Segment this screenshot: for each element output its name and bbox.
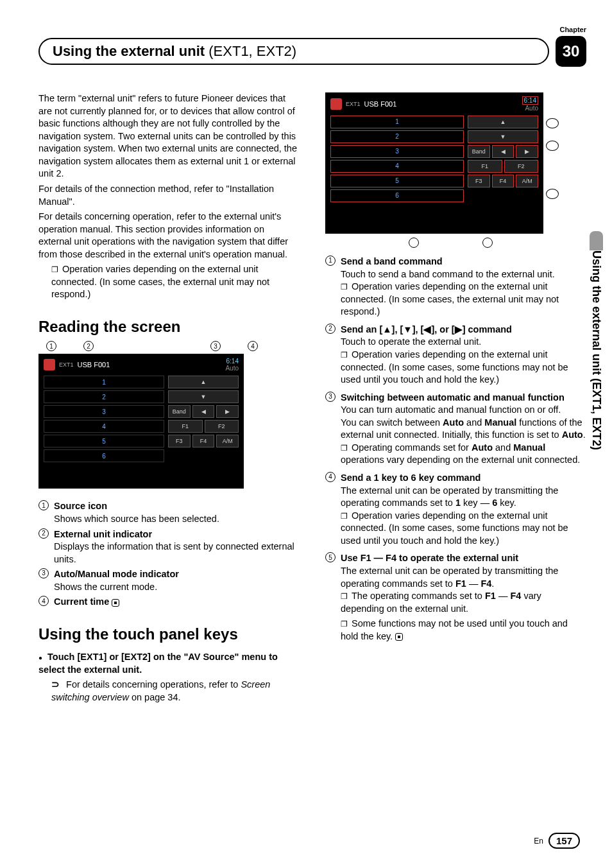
oper-text: For details concerning operation, refer … — [38, 211, 300, 261]
t5-note2: Some functions may not be used until you… — [341, 618, 586, 643]
f4-button-2[interactable]: F4 — [492, 175, 514, 187]
vertical-tab: Using the external unit (EXT1, EXT2) — [590, 231, 603, 450]
key-6[interactable]: 6 — [44, 449, 164, 462]
ext-label-2: EXT1 — [346, 100, 361, 108]
callout-b5: 5 — [482, 238, 493, 248]
t3-title: Switching between automatic and manual f… — [341, 392, 565, 403]
time-display-2: 6:14 — [522, 96, 538, 105]
item4-title: Current time — [54, 596, 109, 607]
f4-text: F4 — [480, 578, 491, 589]
f2-button[interactable]: F2 — [205, 420, 239, 433]
intro-text: The term "external unit" refers to futur… — [38, 92, 300, 180]
callout-4: 4 — [248, 341, 258, 351]
key-1b[interactable]: 1 — [330, 116, 464, 128]
t1-desc: Touch to send a band command to the exte… — [341, 269, 555, 279]
item2-title: External unit indicator — [54, 529, 152, 539]
auto-1: Auto — [443, 417, 464, 428]
f1-button-2[interactable]: F1 — [468, 160, 502, 173]
page-number: 157 — [548, 833, 580, 849]
f3-button-2[interactable]: F3 — [468, 175, 490, 187]
item1-title: Source icon — [54, 501, 107, 511]
am-button[interactable]: A/M — [216, 435, 239, 447]
am-button-2[interactable]: A/M — [516, 175, 538, 187]
f1-text2: F1 — [485, 591, 496, 601]
key-3b[interactable]: 3 — [330, 145, 464, 158]
t4-note: Operation varies depending on the extern… — [341, 510, 586, 548]
f2-button-2[interactable]: F2 — [504, 160, 539, 173]
t4-d1: The external unit can be operated by tra… — [341, 485, 558, 508]
source-icon-2 — [330, 98, 342, 110]
up-button-2[interactable]: ▲ — [468, 116, 538, 128]
t2-note: Operation varies depending on the extern… — [341, 349, 586, 386]
down-button[interactable]: ▼ — [168, 390, 239, 403]
title-light: (EXT1, EXT2) — [208, 43, 296, 59]
manual-1: Manual — [484, 417, 516, 428]
read-item-2: 2 External unit indicatorDisplays the in… — [38, 528, 300, 566]
key-1[interactable]: 1 — [44, 376, 164, 388]
touch-item-1: 1 Send a band command Touch to send a ba… — [325, 256, 586, 321]
t3-desc2b: and — [464, 417, 484, 428]
key-2[interactable]: 2 — [44, 390, 164, 403]
callout-r3: 3 — [546, 189, 559, 199]
read-item-3: 3 Auto/Manual mode indicatorShows the cu… — [38, 568, 300, 593]
key-4b[interactable]: 4 — [330, 160, 464, 173]
key-6b[interactable]: 6 — [330, 189, 464, 202]
t5n2t: Some functions may not be used until you… — [341, 618, 568, 641]
details-page: on page 34. — [129, 692, 181, 702]
key-2b[interactable]: 2 — [330, 130, 464, 143]
down-button-2[interactable]: ▼ — [468, 130, 538, 143]
heading-touch: Using the touch panel keys — [38, 624, 300, 645]
item1-desc: Shows which source has been selected. — [54, 514, 219, 524]
t5-title: Use F1 — F4 to operate the external unit — [341, 553, 518, 563]
usb-label: USB F001 — [78, 360, 110, 370]
screenshot-2: EXT1 USB F001 6:14 Auto 1 2 3 4 5 — [325, 92, 543, 234]
up-button[interactable]: ▲ — [168, 376, 239, 388]
touch-step: Touch [EXT1] or [EXT2] on the "AV Source… — [38, 651, 300, 676]
read-item-1: 1 Source iconShows which source has been… — [38, 500, 300, 525]
right-button-2[interactable]: ▶ — [516, 145, 538, 158]
touch-item-3: 3 Switching between automatic and manual… — [325, 392, 586, 469]
right-button[interactable]: ▶ — [216, 405, 239, 418]
t3-note: Operating commands set for Auto and Manu… — [341, 442, 586, 467]
install-text: For details of the connection method, re… — [38, 183, 300, 208]
f3-button[interactable]: F3 — [168, 435, 191, 447]
details-text: For details concerning operations, refer… — [66, 679, 241, 690]
key-3[interactable]: 3 — [44, 405, 164, 418]
mode-display-2: Auto — [522, 105, 538, 112]
auto-2: Auto — [562, 430, 583, 440]
touch-item-2: 2 Send an [▲], [▼], [◀], or [▶] command … — [325, 324, 586, 389]
f4-button[interactable]: F4 — [192, 435, 215, 447]
f4-text2: F4 — [510, 591, 521, 601]
end-section-icon-2 — [395, 633, 403, 641]
end-section-icon — [112, 599, 119, 607]
left-button-2[interactable]: ◀ — [492, 145, 514, 158]
t5-d2: — — [466, 578, 481, 589]
t3-desc1: You can turn automatic and manual functi… — [341, 404, 561, 415]
key-list-2: 1 2 3 4 5 6 — [330, 116, 464, 204]
item2-desc: Displays the information that is sent by… — [54, 541, 294, 564]
t1-title: Send a band command — [341, 256, 443, 266]
band-button[interactable]: Band — [168, 405, 191, 418]
manual-2: Manual — [513, 442, 545, 453]
t2-title: Send an [▲], [▼], [◀], or [▶] command — [341, 324, 512, 334]
t3-desc2a: You can switch between — [341, 417, 443, 428]
f1-text: F1 — [455, 578, 466, 589]
callout-3: 3 — [210, 341, 221, 351]
details-ref: For details concerning operations, refer… — [51, 679, 300, 704]
key-4[interactable]: 4 — [44, 420, 164, 433]
lang-label: En — [534, 837, 543, 846]
key-5[interactable]: 5 — [44, 435, 164, 447]
chapter-label: Chapter — [38, 26, 586, 33]
callout-2: 2 — [83, 341, 94, 351]
key-5b[interactable]: 5 — [330, 175, 464, 187]
t4-d2: key — — [461, 498, 492, 508]
band-button-2[interactable]: Band — [468, 145, 490, 158]
one-key: 1 — [455, 498, 461, 508]
heading-reading: Reading the screen — [38, 317, 300, 337]
callout-r2: 2 — [546, 141, 559, 151]
read-item-4: 4 Current time — [38, 596, 300, 609]
source-icon — [44, 359, 55, 370]
f1-button[interactable]: F1 — [168, 420, 203, 433]
t3n-a: Operating commands set for — [352, 442, 472, 453]
left-button[interactable]: ◀ — [192, 405, 215, 418]
